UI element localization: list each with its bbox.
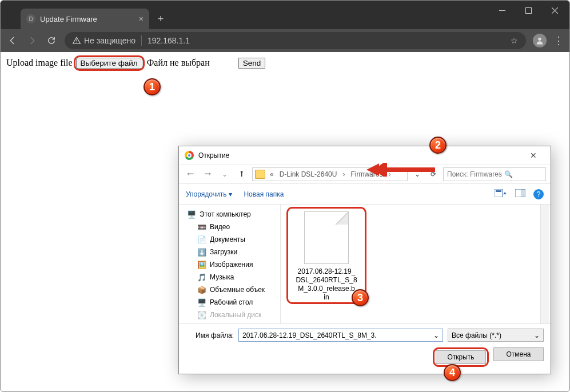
tab-title: Update Firmware [40,15,134,23]
file-item[interactable]: 2017.06.28-12.19_ DSL_2640RTL_S_8 M_3.0.… [291,211,362,302]
annotation-marker-4: 4 [444,364,461,381]
tree-local-disk[interactable]: 💽Локальный диск [181,309,278,321]
svg-rect-3 [496,190,501,192]
security-label: Не защищено [84,36,135,45]
annotation-arrow [366,163,435,177]
chevron-right-icon[interactable]: › [340,170,347,178]
url-text: 192.168.1.1 [148,36,505,45]
search-placeholder: Поиск: Firmwares [447,170,502,178]
folder-tree[interactable]: 🖥️Этот компьютер 📼Видео 📄Документы ⬇️Заг… [179,205,281,323]
cube-icon: 📦 [197,285,206,294]
nav-reload-button[interactable] [45,34,58,47]
warning-icon [73,37,81,45]
video-icon: 📼 [197,222,206,231]
tab-favicon: D [26,14,35,23]
file-thumbnail-icon [304,211,349,264]
chevron-down-icon: ▾ [229,190,232,198]
chevron-down-icon: ⌄ [534,331,540,339]
svg-rect-0 [525,7,531,13]
download-icon: ⬇️ [197,247,206,257]
svg-rect-5 [521,189,525,197]
send-button[interactable]: Send [238,58,266,69]
dialog-title: Открытие [198,151,522,159]
music-icon: 🎵 [197,273,206,282]
window-minimize-button[interactable] [489,2,515,19]
dialog-footer: Имя файла: 2017.06.28-12.19_DSL_2640RTL_… [179,323,551,374]
window-maximize-button[interactable] [516,2,541,19]
dialog-close-button[interactable]: ✕ [522,151,545,160]
window-controls [489,2,567,19]
tree-documents[interactable]: 📄Документы [181,233,278,246]
breadcrumb-prefix: « [268,170,276,178]
annotation-marker-3: 3 [352,289,369,306]
filename-label: Имя файла: [186,331,234,339]
annotation-highlight-1: Выберите файл [74,55,145,71]
nav-forward-icon: 🠖 [201,170,214,178]
svg-point-1 [538,38,541,41]
open-button[interactable]: Открыть [436,350,486,364]
nav-back-icon[interactable]: 🠔 [184,170,197,178]
dialog-titlebar: Открытие ✕ [179,146,551,165]
nav-back-button[interactable] [6,34,19,47]
dialog-search-input[interactable]: Поиск: Firmwares 🔍 [443,167,546,181]
tree-videos[interactable]: 📼Видео [181,221,278,233]
file-open-dialog: Открытие ✕ 🠔 🠖 ⌄ 🠕 « D-Link DSL-2640U › … [178,146,551,374]
tree-downloads[interactable]: ⬇️Загрузки [181,246,278,258]
desktop-icon: 🖥️ [197,298,206,307]
dialog-navbar: 🠔 🠖 ⌄ 🠕 « D-Link DSL-2640U › Firmwares ›… [179,165,551,184]
file-list-pane[interactable]: 2017.06.28-12.19_ DSL_2640RTL_S_8 M_3.0.… [281,205,551,323]
no-file-label: Файл не выбран [147,58,210,68]
chrome-icon [185,151,194,160]
tree-music[interactable]: 🎵Музыка [181,271,278,283]
new-tab-button[interactable]: + [153,11,169,27]
browser-toolbar: Не защищено 192.168.1.1 ☆ ⋮ [1,29,569,52]
organize-menu[interactable]: Упорядочить ▾ [186,190,232,198]
file-type-filter[interactable]: Все файлы (*.*) ⌄ [448,329,544,342]
folder-icon [255,170,265,179]
preview-pane-button[interactable] [515,189,525,199]
nav-up-icon[interactable]: 🠕 [235,170,249,178]
dialog-command-bar: Упорядочить ▾ Новая папка ? [179,184,551,205]
cancel-button[interactable]: Отмена [493,347,544,361]
new-folder-button[interactable]: Новая папка [244,190,284,198]
scrollbar[interactable] [540,205,549,323]
nav-recent-icon[interactable]: ⌄ [218,170,232,178]
annotation-marker-2: 2 [429,137,447,154]
security-warning[interactable]: Не защищено [73,36,135,45]
address-bar[interactable]: Не защищено 192.168.1.1 ☆ [65,32,526,49]
help-icon[interactable]: ? [533,189,544,199]
disk-icon: 💽 [197,310,206,319]
bookmark-icon[interactable]: ☆ [511,36,518,45]
tree-desktop[interactable]: 🖥️Рабочий стол [181,296,278,309]
tree-3d-objects[interactable]: 📦Объемные объек [181,283,278,296]
pc-icon: 🖥️ [187,210,196,219]
document-icon: 📄 [197,235,206,244]
annotation-highlight-4: Открыть [433,347,489,367]
filename-input[interactable]: 2017.06.28-12.19_DSL_2640RTL_S_8M_3. ⌄ [238,329,443,342]
upload-label: Upload image file [6,58,73,68]
profile-avatar[interactable] [533,34,547,47]
breadcrumb-parent[interactable]: D-Link DSL-2640U [277,170,340,178]
address-separator [141,35,142,46]
view-mode-button[interactable] [495,189,507,199]
nav-forward-button[interactable] [26,34,38,47]
tree-pictures[interactable]: 🖼️Изображения [181,258,278,271]
picture-icon: 🖼️ [197,260,206,269]
browser-titlebar: D Update Firmware × + [1,1,569,29]
page-content: Upload image file Выберите файл Файл не … [1,52,569,74]
choose-file-button[interactable]: Выберите файл [76,58,142,69]
chevron-down-icon[interactable]: ⌄ [433,331,439,339]
search-icon: 🔍 [504,170,513,178]
annotation-marker-1: 1 [144,78,161,95]
browser-tab[interactable]: D Update Firmware × [21,9,149,29]
browser-menu-button[interactable]: ⋮ [553,34,564,47]
window-close-button[interactable] [542,2,567,19]
tree-this-pc[interactable]: 🖥️Этот компьютер [181,208,278,221]
close-tab-icon[interactable]: × [139,14,144,23]
dialog-body: 🖥️Этот компьютер 📼Видео 📄Документы ⬇️Заг… [179,205,551,323]
